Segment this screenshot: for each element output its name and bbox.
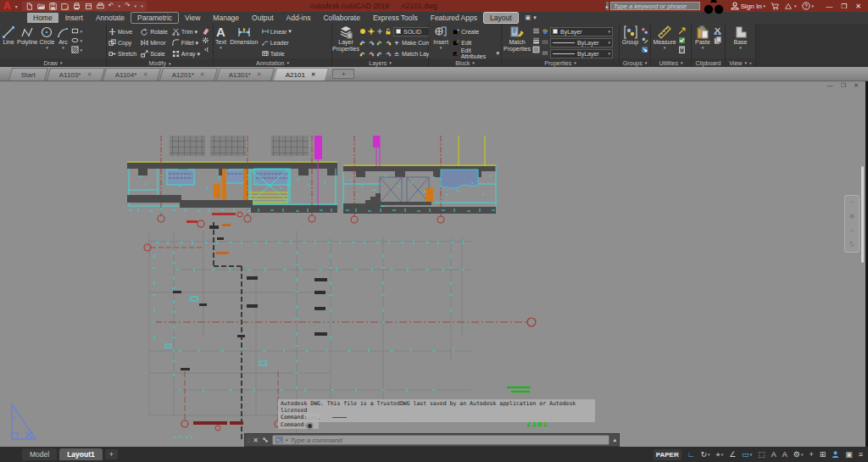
customization-menu-icon[interactable]: ≡ [859, 451, 863, 459]
user-status-icon[interactable] [832, 450, 839, 459]
array-button[interactable]: Array▾ [172, 50, 200, 58]
edit-attributes-button[interactable]: Edit Attributes▾ [453, 48, 499, 58]
logo-caret-icon[interactable]: ▾ [15, 3, 18, 9]
annotation-scale-add-icon[interactable]: + [809, 451, 813, 459]
app-store-cart-button[interactable] [771, 2, 779, 10]
new-drawing-tab-button[interactable]: + [332, 69, 354, 79]
copy-button[interactable]: Copy [108, 39, 136, 47]
properties-list-icon-3[interactable] [532, 46, 540, 53]
table-button[interactable]: Table [262, 48, 292, 58]
dynamic-ucs-icon[interactable]: ▭▾ [742, 451, 752, 459]
save-as-icon[interactable] [61, 3, 69, 10]
object-snap-tracking-icon[interactable]: ⌖▾ [716, 451, 724, 459]
undo-icon[interactable]: ↶ [108, 3, 114, 9]
ungroup-button[interactable] [641, 27, 648, 35]
zoom-icon[interactable]: ⌕ [850, 227, 854, 234]
panel-utilities-footer[interactable]: Utilities▾ [651, 58, 691, 67]
redo-icon[interactable]: ↷ [125, 3, 131, 9]
command-recent-icon[interactable]: >_ [275, 437, 283, 443]
ribbon-display-toggle[interactable]: ▣ ▾ [526, 14, 537, 21]
close-tab-icon[interactable]: ✕ [257, 71, 262, 78]
file-tab-a2101[interactable]: A2101✕ [273, 68, 329, 81]
close-tab-icon[interactable]: ✕ [311, 71, 316, 78]
maximize-button[interactable]: ❒ [841, 3, 847, 10]
stretch-button[interactable]: Stretch [108, 50, 136, 58]
file-tab-a1104[interactable]: A1104*✕ [103, 68, 161, 81]
polyline-button[interactable]: Polyline [17, 25, 38, 46]
quick-calc-button[interactable] [678, 46, 686, 53]
angle-snap-icon[interactable]: ∠ [729, 451, 736, 459]
layer-properties-button[interactable]: Layer Properties [334, 25, 358, 52]
orbit-icon[interactable]: ↻ [849, 242, 855, 248]
open-file-icon[interactable] [37, 3, 45, 10]
command-expand-icon[interactable]: ▴ [613, 437, 616, 443]
group-edit-button[interactable] [641, 36, 648, 44]
autocad-logo-icon[interactable]: A [3, 2, 11, 10]
panel-view-footer[interactable]: View▾» [726, 58, 755, 67]
layer-state-icon-4[interactable] [385, 39, 392, 46]
tab-add-ins[interactable]: Add-ins [281, 13, 317, 23]
page-setup-icon[interactable] [85, 3, 92, 10]
layer-walk-icon-4[interactable] [385, 50, 392, 57]
drawing-restore-button[interactable]: ❐ [841, 82, 846, 89]
circle-button[interactable]: Circle▾ [40, 25, 55, 50]
mirror-button[interactable]: Mirror [141, 39, 168, 47]
group-button[interactable]: Group [621, 25, 639, 46]
grid-snap-icon[interactable]: ∟ [687, 451, 695, 459]
workspace-gear-icon[interactable]: ⚙▾ [793, 451, 804, 459]
tab-layout[interactable]: Layout [484, 13, 518, 23]
line-button[interactable]: Line [2, 25, 15, 46]
file-tab-a1103[interactable]: A1103*✕ [47, 68, 105, 81]
trim-button[interactable]: Trim▾ [172, 28, 200, 36]
tab-view[interactable]: View [179, 13, 206, 23]
lineweight-dropdown[interactable]: ByLayer▾ [550, 38, 613, 47]
edit-block-button[interactable]: Edit [453, 37, 499, 47]
paste-button[interactable]: Paste▾ [693, 25, 712, 50]
file-tab-start[interactable]: Start [8, 68, 48, 81]
dock-grip-icon[interactable]: ⁞ [248, 437, 249, 444]
layer-isolate-icon[interactable] [376, 28, 383, 35]
insert-button[interactable]: Insert▾ [431, 25, 451, 50]
new-file-icon[interactable] [25, 3, 33, 10]
isodraft-icon[interactable]: ↻▾ [701, 451, 710, 459]
move-button[interactable]: Move [108, 28, 136, 36]
tab-insert[interactable]: Insert [59, 13, 89, 23]
properties-list-icon-2[interactable] [532, 36, 540, 44]
redo-caret-icon[interactable]: ▾ [135, 3, 137, 8]
layer-state-icon-2[interactable] [368, 39, 375, 46]
drawing-close-button[interactable]: ✕ [854, 82, 859, 89]
search-binoculars-icon[interactable] [702, 0, 726, 16]
sign-in-button[interactable]: Sign In ▾ [731, 2, 765, 10]
print-icon[interactable] [97, 3, 104, 10]
scale-button[interactable]: Scale [141, 50, 168, 58]
cut-button[interactable] [714, 27, 721, 35]
pan-icon[interactable]: ✥ [849, 214, 855, 220]
hatch-button[interactable]: ▾ [71, 46, 82, 53]
close-button[interactable]: ✕ [855, 3, 861, 10]
base-button[interactable]: Base▾ [731, 25, 751, 50]
paper-space-toggle[interactable]: PAPER [654, 449, 682, 460]
linear-button[interactable]: Linear▾ [262, 26, 292, 36]
object-color-dropdown[interactable]: ByLayer▾ [550, 27, 613, 36]
fillet-button[interactable]: Fillet▾ [172, 39, 200, 47]
tray-icon[interactable]: ⊞ [820, 451, 826, 459]
dimension-button[interactable]: Dimension [228, 25, 260, 46]
save-icon[interactable] [49, 3, 57, 10]
erase-button[interactable] [202, 27, 209, 35]
rectangle-button[interactable]: ▾ [71, 27, 82, 35]
annotation-visibility-icon[interactable]: A [771, 451, 776, 459]
file-tab-a1201[interactable]: A1201*✕ [159, 68, 218, 81]
annotation-autoscale-icon[interactable]: A [782, 451, 787, 459]
undo-caret-icon[interactable]: ▾ [118, 3, 120, 8]
model-tab[interactable]: Model [22, 448, 57, 460]
new-layout-button[interactable]: + [105, 449, 118, 459]
canvas-scrollbar[interactable] [861, 166, 864, 263]
linetype-dropdown[interactable]: ByLayer▾ [550, 49, 613, 58]
explode-button[interactable] [202, 36, 209, 44]
id-point-button[interactable] [678, 27, 686, 35]
arc-button[interactable]: Arc▾ [56, 25, 70, 50]
properties-list-icon-1[interactable] [532, 27, 540, 35]
match-properties-button[interactable]: Match Properties [504, 25, 531, 52]
layer-freeze-icon[interactable] [368, 28, 375, 35]
drawing-canvas[interactable]: — ❐ ✕ ◔ ✥ ⌕ ↻ 2101 Autodesk DWG. This fi… [0, 81, 868, 447]
